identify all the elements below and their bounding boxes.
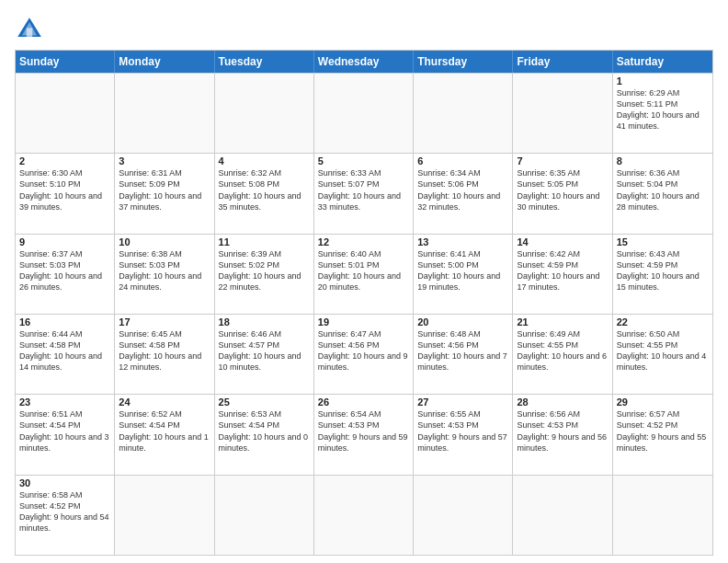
calendar-cell: 12Sunrise: 6:40 AMSunset: 5:01 PMDayligh… [314,235,414,314]
day-number: 2 [19,155,110,167]
day-info: Sunrise: 6:53 AMSunset: 4:54 PMDaylight:… [219,408,310,454]
day-info: Sunrise: 6:56 AMSunset: 4:53 PMDaylight:… [517,408,608,454]
calendar-row: 16Sunrise: 6:44 AMSunset: 4:58 PMDayligh… [16,314,712,394]
day-number: 1 [617,75,709,86]
day-info: Sunrise: 6:29 AMSunset: 5:11 PMDaylight:… [617,87,709,132]
calendar-cell: 1Sunrise: 6:29 AMSunset: 5:11 PMDaylight… [613,74,712,153]
day-info: Sunrise: 6:37 AMSunset: 5:03 PMDaylight:… [19,248,110,293]
day-info: Sunrise: 6:47 AMSunset: 4:56 PMDaylight:… [318,328,409,373]
calendar-cell: 21Sunrise: 6:49 AMSunset: 4:55 PMDayligh… [513,315,612,394]
calendar-cell: 7Sunrise: 6:35 AMSunset: 5:05 PMDaylight… [513,154,612,233]
day-number: 30 [19,477,110,488]
day-number: 3 [119,155,210,167]
day-number: 28 [517,396,608,408]
calendar-cell: 17Sunrise: 6:45 AMSunset: 4:58 PMDayligh… [115,315,214,394]
logo-icon [15,15,44,44]
day-info: Sunrise: 6:40 AMSunset: 5:01 PMDaylight:… [318,248,409,293]
calendar-cell: 8Sunrise: 6:36 AMSunset: 5:04 PMDaylight… [613,154,712,233]
day-number: 11 [219,236,310,247]
calendar-cell: 29Sunrise: 6:57 AMSunset: 4:52 PMDayligh… [613,395,712,474]
day-info: Sunrise: 6:41 AMSunset: 5:00 PMDaylight:… [417,248,508,293]
day-info: Sunrise: 6:54 AMSunset: 4:53 PMDaylight:… [318,408,409,454]
calendar-cell [215,74,314,153]
calendar-cell: 19Sunrise: 6:47 AMSunset: 4:56 PMDayligh… [314,315,414,394]
day-number: 25 [219,396,310,408]
calendar-cell: 24Sunrise: 6:52 AMSunset: 4:54 PMDayligh… [115,395,214,474]
day-info: Sunrise: 6:58 AMSunset: 4:52 PMDaylight:… [19,489,110,534]
weekday-header: Sunday [16,51,115,73]
weekday-header: Wednesday [314,51,414,73]
day-info: Sunrise: 6:33 AMSunset: 5:07 PMDaylight:… [318,167,409,213]
day-number: 19 [318,316,409,327]
calendar-cell: 20Sunrise: 6:48 AMSunset: 4:56 PMDayligh… [414,315,513,394]
header [15,15,713,44]
weekday-header: Friday [513,51,612,73]
day-info: Sunrise: 6:51 AMSunset: 4:54 PMDaylight:… [19,408,110,454]
calendar-cell [16,74,115,153]
calendar-cell [115,476,214,555]
day-number: 23 [19,396,110,408]
day-info: Sunrise: 6:31 AMSunset: 5:09 PMDaylight:… [119,167,210,213]
calendar-cell: 9Sunrise: 6:37 AMSunset: 5:03 PMDaylight… [16,235,115,314]
day-number: 7 [517,155,608,167]
day-number: 26 [318,396,409,408]
calendar-cell [414,74,513,153]
calendar-row: 1Sunrise: 6:29 AMSunset: 5:11 PMDaylight… [16,73,712,153]
day-info: Sunrise: 6:32 AMSunset: 5:08 PMDaylight:… [219,167,310,213]
page: SundayMondayTuesdayWednesdayThursdayFrid… [0,0,728,563]
calendar-cell: 27Sunrise: 6:55 AMSunset: 4:53 PMDayligh… [414,395,513,474]
day-number: 20 [417,316,508,327]
day-number: 5 [318,155,409,167]
calendar-header: SundayMondayTuesdayWednesdayThursdayFrid… [16,51,712,73]
day-info: Sunrise: 6:57 AMSunset: 4:52 PMDaylight:… [617,408,709,454]
calendar-row: 30Sunrise: 6:58 AMSunset: 4:52 PMDayligh… [16,475,712,555]
calendar-cell: 14Sunrise: 6:42 AMSunset: 4:59 PMDayligh… [513,235,612,314]
calendar-cell: 2Sunrise: 6:30 AMSunset: 5:10 PMDaylight… [16,154,115,233]
day-info: Sunrise: 6:34 AMSunset: 5:06 PMDaylight:… [417,167,508,213]
calendar-cell [215,476,314,555]
day-info: Sunrise: 6:50 AMSunset: 4:55 PMDaylight:… [617,328,709,373]
calendar-cell: 4Sunrise: 6:32 AMSunset: 5:08 PMDaylight… [215,154,314,233]
calendar: SundayMondayTuesdayWednesdayThursdayFrid… [15,50,713,556]
calendar-cell: 11Sunrise: 6:39 AMSunset: 5:02 PMDayligh… [215,235,314,314]
calendar-cell: 3Sunrise: 6:31 AMSunset: 5:09 PMDaylight… [115,154,214,233]
day-number: 15 [617,236,709,247]
weekday-header: Monday [115,51,214,73]
weekday-header: Thursday [414,51,513,73]
day-info: Sunrise: 6:30 AMSunset: 5:10 PMDaylight:… [19,167,110,213]
calendar-cell: 6Sunrise: 6:34 AMSunset: 5:06 PMDaylight… [414,154,513,233]
day-info: Sunrise: 6:38 AMSunset: 5:03 PMDaylight:… [119,248,210,293]
calendar-cell [314,476,414,555]
calendar-cell: 18Sunrise: 6:46 AMSunset: 4:57 PMDayligh… [215,315,314,394]
calendar-cell: 10Sunrise: 6:38 AMSunset: 5:03 PMDayligh… [115,235,214,314]
day-info: Sunrise: 6:43 AMSunset: 4:59 PMDaylight:… [617,248,709,293]
day-number: 13 [417,236,508,247]
svg-rect-2 [27,28,32,37]
day-info: Sunrise: 6:49 AMSunset: 4:55 PMDaylight:… [517,328,608,373]
calendar-cell: 13Sunrise: 6:41 AMSunset: 5:00 PMDayligh… [414,235,513,314]
day-info: Sunrise: 6:35 AMSunset: 5:05 PMDaylight:… [517,167,608,213]
day-info: Sunrise: 6:44 AMSunset: 4:58 PMDaylight:… [19,328,110,373]
calendar-cell [513,74,612,153]
day-info: Sunrise: 6:36 AMSunset: 5:04 PMDaylight:… [617,167,709,213]
calendar-body: 1Sunrise: 6:29 AMSunset: 5:11 PMDaylight… [16,73,712,555]
day-number: 18 [219,316,310,327]
day-number: 9 [19,236,110,247]
day-number: 10 [119,236,210,247]
day-info: Sunrise: 6:46 AMSunset: 4:57 PMDaylight:… [219,328,310,373]
calendar-cell: 25Sunrise: 6:53 AMSunset: 4:54 PMDayligh… [215,395,314,474]
calendar-cell [314,74,414,153]
calendar-cell: 16Sunrise: 6:44 AMSunset: 4:58 PMDayligh… [16,315,115,394]
day-info: Sunrise: 6:48 AMSunset: 4:56 PMDaylight:… [417,328,508,373]
calendar-row: 9Sunrise: 6:37 AMSunset: 5:03 PMDaylight… [16,234,712,314]
day-number: 14 [517,236,608,247]
calendar-cell: 23Sunrise: 6:51 AMSunset: 4:54 PMDayligh… [16,395,115,474]
calendar-cell: 30Sunrise: 6:58 AMSunset: 4:52 PMDayligh… [16,476,115,555]
calendar-cell: 22Sunrise: 6:50 AMSunset: 4:55 PMDayligh… [613,315,712,394]
day-number: 22 [617,316,709,327]
calendar-row: 23Sunrise: 6:51 AMSunset: 4:54 PMDayligh… [16,394,712,474]
day-number: 17 [119,316,210,327]
day-number: 4 [219,155,310,167]
day-number: 16 [19,316,110,327]
day-info: Sunrise: 6:55 AMSunset: 4:53 PMDaylight:… [417,408,508,454]
